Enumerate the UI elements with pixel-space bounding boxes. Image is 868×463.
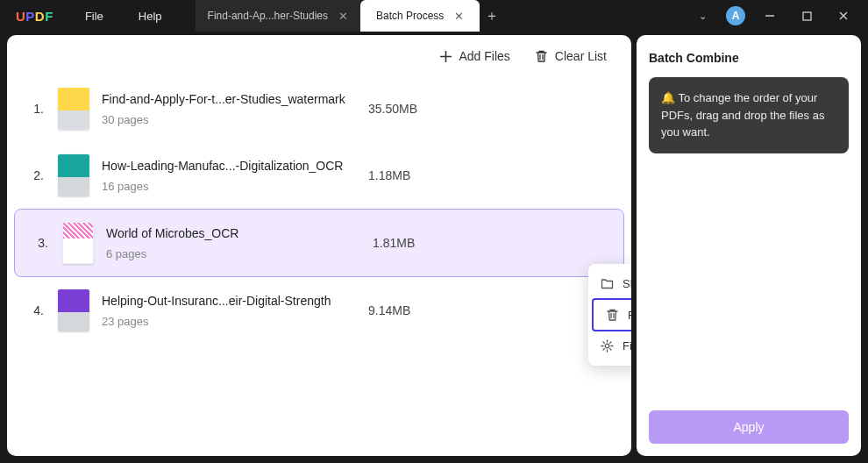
- side-title: Batch Combine: [649, 51, 849, 65]
- tab-active-label: Batch Process: [376, 10, 444, 22]
- close-icon[interactable]: ✕: [454, 10, 464, 23]
- chevron-down-icon[interactable]: ⌄: [692, 11, 714, 22]
- row-number: 2.: [19, 168, 58, 182]
- gear-icon: [601, 339, 614, 353]
- file-name: World of Microbes_OCR: [106, 225, 369, 241]
- file-size: 1.18MB: [368, 168, 410, 182]
- list-item[interactable]: 1. Find-and-Apply-For-t...er-Studies_wat…: [11, 75, 628, 142]
- svg-point-6: [605, 344, 609, 348]
- app-logo: UPDF: [0, 9, 69, 24]
- clear-list-button[interactable]: Clear List: [535, 49, 607, 63]
- folder-icon: [601, 277, 614, 290]
- row-number: 1.: [19, 102, 58, 116]
- close-button[interactable]: [831, 4, 856, 28]
- file-list: 1. Find-and-Apply-For-t...er-Studies_wat…: [7, 70, 631, 456]
- add-files-button[interactable]: Add Files: [439, 49, 510, 63]
- ctx-show-label: Show in Folder: [623, 277, 631, 290]
- avatar[interactable]: A: [726, 6, 745, 25]
- ctx-show-in-folder[interactable]: Show in Folder: [588, 269, 631, 298]
- hint-box: 🔔 To change the order of your PDFs, drag…: [649, 77, 849, 153]
- context-menu: Show in Folder Remove File File Setting: [588, 264, 631, 366]
- tab-inactive[interactable]: Find-and-Ap...her-Studies ✕: [196, 0, 360, 32]
- file-size: 9.14MB: [368, 303, 410, 317]
- row-number: 3.: [24, 236, 62, 250]
- file-thumbnail: [58, 88, 89, 130]
- ctx-setting-label: File Setting: [623, 339, 631, 353]
- ctx-remove-label: Remove File: [628, 309, 631, 322]
- page-count: 30 pages: [102, 113, 365, 126]
- trash-icon: [606, 308, 619, 322]
- file-thumbnail: [62, 222, 94, 264]
- page-count: 6 pages: [106, 247, 369, 260]
- file-size: 1.81MB: [373, 236, 415, 250]
- menu-help[interactable]: Help: [139, 10, 162, 23]
- file-size: 35.50MB: [368, 102, 417, 116]
- close-icon[interactable]: ✕: [338, 10, 348, 23]
- file-name: Find-and-Apply-For-t...er-Studies_waterm…: [102, 91, 365, 107]
- side-panel: Batch Combine 🔔 To change the order of y…: [637, 35, 861, 456]
- file-thumbnail: [58, 289, 89, 331]
- maximize-button[interactable]: [794, 4, 819, 28]
- tab-active[interactable]: Batch Process ✕: [360, 0, 480, 32]
- ctx-file-setting[interactable]: File Setting: [588, 331, 631, 360]
- minimize-button[interactable]: [758, 4, 782, 28]
- list-item[interactable]: 3. World of Microbes_OCR 6 pages 1.81MB: [14, 209, 624, 277]
- page-count: 23 pages: [102, 315, 365, 328]
- svg-rect-1: [803, 12, 811, 20]
- main-panel: Add Files Clear List 1. Find-and-Apply-F…: [7, 35, 631, 456]
- file-thumbnail: [58, 154, 89, 196]
- add-files-label: Add Files: [459, 49, 510, 63]
- list-item[interactable]: 2. How-Leading-Manufac...-Digitalization…: [11, 142, 628, 209]
- tab-inactive-label: Find-and-Ap...her-Studies: [208, 10, 328, 22]
- trash-icon: [535, 49, 548, 63]
- new-tab-button[interactable]: ＋: [480, 0, 504, 32]
- clear-list-label: Clear List: [555, 49, 607, 63]
- row-number: 4.: [19, 303, 58, 317]
- page-count: 16 pages: [102, 180, 365, 193]
- apply-button[interactable]: Apply: [649, 410, 849, 444]
- plus-icon: [439, 50, 452, 63]
- ctx-remove-file[interactable]: Remove File: [592, 298, 631, 331]
- file-name: How-Leading-Manufac...-Digitalization_OC…: [102, 158, 365, 174]
- file-name: Helping-Out-Insuranc...eir-Digital-Stren…: [102, 293, 365, 309]
- list-item[interactable]: 4. Helping-Out-Insuranc...eir-Digital-St…: [11, 277, 628, 344]
- menu-file[interactable]: File: [85, 10, 103, 23]
